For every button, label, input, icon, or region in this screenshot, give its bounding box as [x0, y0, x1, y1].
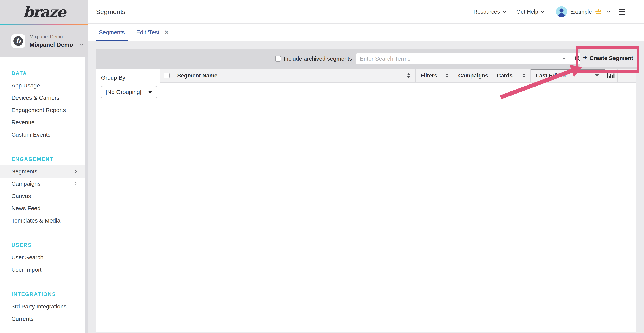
- tab-edit-test[interactable]: Edit 'Test' ✕: [133, 24, 172, 41]
- sidebar-item-segments[interactable]: Segments: [0, 165, 85, 178]
- sort-icon[interactable]: [407, 73, 410, 78]
- column-filters[interactable]: Filters: [416, 69, 454, 83]
- plus-icon: +: [583, 54, 587, 62]
- nav-section-users: USERS: [0, 239, 85, 251]
- workspace-company-label: Mixpanel Demo: [30, 34, 82, 40]
- sidebar-item-3rd-party-integrations[interactable]: 3rd Party Integrations: [0, 300, 85, 313]
- content-area: Include archived segments + Create Segme…: [88, 42, 644, 333]
- sort-icon[interactable]: [446, 73, 448, 78]
- sidebar-item-user-import[interactable]: User Import: [0, 263, 85, 276]
- nav-section-integrations: INTEGRATIONS: [0, 288, 85, 300]
- select-all-checkbox[interactable]: [164, 73, 170, 79]
- get-help-label: Get Help: [516, 9, 538, 15]
- column-label: Filters: [420, 73, 437, 79]
- chevron-down-icon: [607, 9, 610, 13]
- archived-toggle: Include archived segments: [275, 56, 352, 62]
- segments-toolbar: Include archived segments: [96, 49, 637, 69]
- sidebar-item-label: Campaigns: [12, 180, 41, 187]
- sidebar-item-label: Segments: [12, 168, 38, 175]
- crown-icon: [594, 9, 602, 15]
- workspace-avatar-letter: b: [14, 36, 23, 46]
- include-archived-checkbox[interactable]: [275, 56, 281, 62]
- person-icon: [556, 6, 567, 17]
- workspace-switcher[interactable]: b Mixpanel Demo Mixpanel Demo: [0, 25, 88, 57]
- chevron-down-icon: [148, 91, 152, 93]
- sidebar: braze b Mixpanel Demo Mixpanel Demo DATA…: [0, 0, 88, 333]
- sidebar-item-canvas[interactable]: Canvas: [0, 190, 85, 202]
- sidebar-item-currents[interactable]: Currents: [0, 313, 85, 325]
- table-body-empty: [160, 83, 636, 332]
- sidebar-item-custom-events[interactable]: Custom Events: [0, 129, 85, 141]
- nav-divider: [6, 233, 82, 233]
- column-label: Cards: [497, 73, 512, 79]
- sidebar-item-templates-media[interactable]: Templates & Media: [0, 214, 85, 227]
- nav-divider: [6, 282, 82, 282]
- sidebar-item-news-feed[interactable]: News Feed: [0, 202, 85, 214]
- sidebar-nav: DATA App Usage Devices & Carriers Engage…: [0, 57, 85, 333]
- chevron-down-icon: [80, 42, 83, 46]
- group-by-value: [No Grouping]: [106, 89, 148, 95]
- column-last-edited[interactable]: Last Edited: [530, 69, 605, 83]
- search-box: [356, 53, 586, 65]
- braze-logo: braze: [23, 3, 65, 21]
- nav-section-engagement: ENGAGEMENT: [0, 153, 85, 165]
- select-all-cell: [160, 69, 174, 83]
- table-header-row: Segment Name Filters Campaigns Cards Las…: [160, 69, 636, 83]
- column-label: Campaigns: [458, 73, 488, 79]
- create-segment-button[interactable]: + Create Segment: [580, 49, 636, 67]
- group-by-label: Group By:: [101, 74, 160, 81]
- account-menu[interactable]: Example: [570, 9, 610, 15]
- group-by-panel: Group By: [No Grouping]: [96, 69, 160, 332]
- chevron-right-icon: [73, 182, 77, 185]
- search-input[interactable]: [357, 56, 562, 62]
- workspace-avatar: b: [12, 34, 25, 48]
- tab-label: Segments: [99, 29, 125, 36]
- tabs-bar: Segments Edit 'Test' ✕: [88, 24, 644, 42]
- workspace-name-label: Mixpanel Demo: [30, 42, 73, 48]
- page-title: Segments: [96, 8, 125, 16]
- resources-menu[interactable]: Resources: [474, 9, 506, 15]
- sidebar-item-app-usage[interactable]: App Usage: [0, 79, 85, 92]
- sort-direction-caret-icon[interactable]: [595, 74, 599, 77]
- sidebar-item-campaigns[interactable]: Campaigns: [0, 178, 85, 190]
- nav-section-data: DATA: [0, 67, 85, 79]
- column-analytics[interactable]: [605, 69, 618, 83]
- column-segment-name[interactable]: Segment Name: [174, 69, 416, 83]
- tab-label: Edit 'Test': [136, 29, 160, 36]
- sort-icon[interactable]: [522, 73, 526, 78]
- sidebar-item-user-search[interactable]: User Search: [0, 251, 85, 263]
- sidebar-item-revenue[interactable]: Revenue: [0, 116, 85, 129]
- bar-chart-icon: [607, 72, 616, 79]
- column-blank: [618, 69, 636, 83]
- chevron-down-icon: [502, 9, 506, 13]
- column-label: Segment Name: [177, 73, 218, 79]
- brand-header: braze: [0, 0, 88, 24]
- sidebar-item-engagement-reports[interactable]: Engagement Reports: [0, 104, 85, 116]
- column-campaigns[interactable]: Campaigns: [454, 69, 492, 83]
- column-label: Last Edited: [536, 73, 566, 79]
- sorted-column-indicator: [530, 69, 605, 70]
- account-name: Example: [570, 9, 592, 15]
- column-cards[interactable]: Cards: [492, 69, 530, 83]
- main-area: Segments Resources Get Help Example: [88, 0, 644, 333]
- resources-label: Resources: [474, 9, 500, 15]
- close-icon[interactable]: ✕: [164, 29, 169, 36]
- chevron-right-icon: [73, 170, 77, 173]
- group-by-select[interactable]: [No Grouping]: [101, 86, 157, 98]
- tab-segments[interactable]: Segments: [96, 24, 128, 41]
- create-segment-label: Create Segment: [590, 55, 633, 61]
- nav-divider: [6, 147, 82, 147]
- include-archived-label: Include archived segments: [284, 56, 352, 62]
- top-header: Segments Resources Get Help Example: [88, 0, 644, 24]
- sidebar-item-devices-carriers[interactable]: Devices & Carriers: [0, 92, 85, 104]
- hamburger-menu-icon[interactable]: [618, 9, 625, 15]
- user-avatar[interactable]: [556, 6, 567, 17]
- segments-table: Segment Name Filters Campaigns Cards Las…: [160, 69, 636, 332]
- chevron-down-icon: [541, 9, 544, 13]
- search-dropdown-caret-icon[interactable]: [562, 58, 566, 60]
- get-help-menu[interactable]: Get Help: [516, 9, 544, 15]
